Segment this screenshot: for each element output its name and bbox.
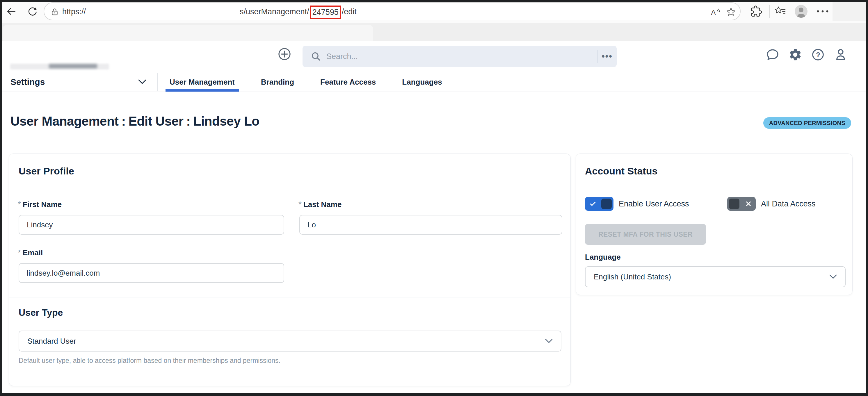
global-search: •••: [303, 46, 617, 67]
add-new-icon[interactable]: [278, 48, 291, 61]
all-data-access-label: All Data Access: [761, 199, 816, 208]
browser-profile-avatar[interactable]: [795, 5, 807, 18]
app-logo-redacted: [49, 64, 97, 68]
reset-mfa-button[interactable]: RESET MFA FOR THIS USER: [585, 224, 706, 245]
user-profile-card: User Profile * First Name * Last Name * …: [9, 154, 571, 386]
url-path: s/userManagement/247595/edit: [240, 3, 356, 20]
gear-icon[interactable]: [788, 48, 802, 62]
tab-branding[interactable]: Branding: [261, 73, 294, 91]
user-profile-heading: User Profile: [19, 165, 74, 177]
account-status-heading: Account Status: [585, 165, 657, 177]
check-icon: [590, 201, 596, 207]
settings-tabs: User Management Branding Feature Access …: [169, 73, 442, 91]
account-status-card: Account Status Enable User Access All Da…: [576, 154, 852, 295]
browser-back-icon[interactable]: [6, 6, 17, 17]
secondary-strip-panel: [3, 25, 373, 41]
favorite-star-icon[interactable]: [726, 7, 736, 17]
search-icon: [311, 51, 321, 62]
browser-toolbar: https:// s/userManagement/247595/edit A: [0, 0, 868, 23]
favorites-list-icon[interactable]: [774, 5, 786, 17]
toggle-knob: [601, 199, 612, 209]
chevron-down-icon: [545, 339, 553, 343]
all-data-access-row: All Data Access: [727, 197, 816, 211]
app-header-icons: ?: [766, 48, 848, 62]
read-aloud-icon[interactable]: A: [710, 7, 720, 17]
last-name-input[interactable]: [299, 215, 562, 235]
search-overflow-icon[interactable]: •••: [597, 52, 617, 61]
title-section: User Management: [10, 114, 119, 128]
svg-text:A: A: [711, 8, 716, 16]
user-profile-icon[interactable]: [834, 48, 848, 62]
last-name-label: * Last Name: [299, 200, 341, 209]
browser-menu-ellipsis-icon[interactable]: [816, 9, 829, 14]
required-asterisk: *: [18, 200, 21, 209]
card-divider: [9, 297, 570, 297]
title-user-name: Lindsey Lo: [193, 114, 259, 128]
title-separator: :: [122, 114, 126, 128]
address-bar[interactable]: https:// s/userManagement/247595/edit A: [43, 2, 741, 20]
enable-user-access-row: Enable User Access: [585, 197, 689, 211]
user-type-helper-text: Default user type, able to access platfo…: [19, 357, 280, 365]
chevron-down-icon: [829, 274, 837, 279]
tab-feature-access[interactable]: Feature Access: [320, 73, 376, 91]
search-input[interactable]: [326, 52, 595, 61]
language-label: Language: [585, 253, 621, 262]
user-type-selected-value: Standard User: [27, 337, 76, 346]
url-scheme: https://: [62, 3, 86, 20]
required-asterisk: *: [299, 200, 302, 209]
email-input[interactable]: [19, 263, 284, 283]
tab-user-management[interactable]: User Management: [169, 73, 235, 91]
settings-chevron-down-icon[interactable]: [138, 79, 147, 85]
toolbar-divider: [769, 5, 770, 18]
browser-refresh-icon[interactable]: [27, 6, 38, 17]
title-action: Edit User: [129, 114, 184, 128]
url-highlighted-id: 247595: [310, 5, 341, 19]
settings-section-label[interactable]: Settings: [10, 73, 45, 91]
language-select[interactable]: English (United States): [585, 266, 846, 287]
email-label: * Email: [18, 248, 43, 257]
url-path-suffix: /edit: [342, 7, 356, 16]
enable-user-access-label: Enable User Access: [619, 199, 689, 208]
enable-user-access-toggle[interactable]: [585, 197, 614, 211]
first-name-input[interactable]: [19, 215, 284, 235]
toggle-knob: [729, 199, 739, 209]
page-title: User Management:Edit User:Lindsey Lo: [10, 114, 259, 129]
all-data-access-toggle[interactable]: [727, 197, 756, 211]
advanced-permissions-badge: ADVANCED PERMISSIONS: [763, 117, 851, 129]
chat-icon[interactable]: [766, 48, 780, 62]
required-asterisk: *: [18, 248, 21, 257]
extensions-puzzle-icon[interactable]: [750, 5, 762, 17]
user-type-heading: User Type: [19, 307, 63, 318]
help-icon[interactable]: ?: [811, 48, 825, 62]
avatar-person-icon: [795, 5, 807, 18]
user-type-select[interactable]: Standard User: [19, 331, 561, 352]
browser-sidebar-block: [833, 2, 866, 21]
title-separator: :: [186, 114, 190, 128]
url-path-prefix: s/userManagement/: [240, 7, 309, 16]
first-name-label: * First Name: [18, 200, 62, 209]
x-icon: [745, 201, 752, 207]
nav-divider: [157, 73, 158, 91]
svg-text:?: ?: [816, 51, 820, 59]
language-selected-value: English (United States): [594, 272, 671, 282]
lock-icon: [50, 7, 59, 16]
tab-languages[interactable]: Languages: [402, 73, 442, 91]
